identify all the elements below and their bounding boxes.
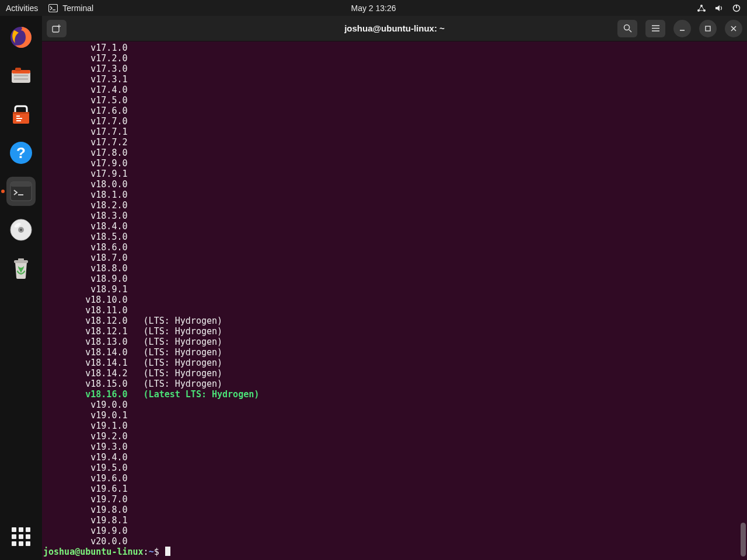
version-line: v18.14.1 (LTS: Hydrogen) <box>43 358 747 368</box>
dock-help[interactable]: ? <box>6 138 36 167</box>
files-icon <box>8 63 34 89</box>
version-line: v17.2.0 <box>43 53 747 64</box>
dock: ? <box>0 16 42 560</box>
terminal-icon <box>9 181 33 202</box>
help-icon: ? <box>8 140 34 166</box>
version-line: v19.3.0 <box>43 442 747 452</box>
version-line: v17.5.0 <box>43 95 747 106</box>
terminal-small-icon <box>48 4 58 12</box>
firefox-icon <box>8 24 34 50</box>
svg-rect-30 <box>53 26 59 32</box>
svg-rect-16 <box>16 118 22 119</box>
version-line: v17.3.0 <box>43 64 747 74</box>
svg-point-26 <box>20 229 22 231</box>
svg-rect-17 <box>16 120 21 121</box>
svg-text:?: ? <box>16 144 26 162</box>
search-button[interactable] <box>617 20 637 37</box>
dock-disc[interactable] <box>6 215 36 244</box>
svg-rect-9 <box>12 70 30 74</box>
cursor <box>165 547 170 556</box>
close-button[interactable] <box>725 20 742 37</box>
trash-icon <box>9 256 33 281</box>
svg-line-34 <box>629 30 631 32</box>
version-line: v20.0.0 <box>43 536 747 547</box>
version-line: v17.9.0 <box>43 158 747 169</box>
dock-trash[interactable] <box>6 254 36 283</box>
app-indicator-terminal[interactable]: Terminal <box>48 4 93 13</box>
version-line: v19.6.1 <box>43 484 747 494</box>
dock-files[interactable] <box>6 61 36 90</box>
version-line: v18.2.0 <box>43 200 747 211</box>
network-icon[interactable] <box>697 4 706 12</box>
svg-rect-11 <box>14 75 28 76</box>
dock-terminal[interactable] <box>6 177 36 206</box>
terminal-output: v17.1.0 v17.2.0 v17.3.0 v17.3.1 v17.4.0 … <box>43 43 747 547</box>
minimize-button[interactable] <box>673 20 691 37</box>
app-indicator-label: Terminal <box>62 4 93 13</box>
volume-icon[interactable] <box>714 4 724 12</box>
version-line: v18.3.0 <box>43 211 747 221</box>
version-line: v17.7.2 <box>43 137 747 148</box>
version-line: v18.7.0 <box>43 253 747 263</box>
version-line: v19.7.0 <box>43 494 747 505</box>
show-applications-button[interactable] <box>12 527 30 546</box>
window-titlebar: joshua@ubuntu-linux: ~ <box>42 16 747 41</box>
version-line: v17.1.0 <box>43 43 747 53</box>
maximize-icon <box>704 25 711 32</box>
svg-rect-12 <box>14 78 28 80</box>
software-icon <box>8 102 34 127</box>
svg-rect-29 <box>18 258 24 261</box>
activities-button[interactable]: Activities <box>6 4 38 13</box>
running-indicator <box>1 190 5 193</box>
version-line: v19.6.0 <box>43 473 747 484</box>
version-line: v19.2.0 <box>43 431 747 442</box>
version-line: v18.11.0 <box>43 305 747 316</box>
power-icon[interactable] <box>732 4 741 13</box>
window-title: joshua@ubuntu-linux: ~ <box>344 23 445 33</box>
dock-firefox[interactable] <box>6 23 36 52</box>
new-tab-button[interactable] <box>47 20 67 37</box>
version-line: v17.7.0 <box>43 116 747 127</box>
svg-rect-39 <box>706 26 710 31</box>
gnome-top-bar: Activities Terminal May 2 13:26 <box>0 0 747 16</box>
maximize-button[interactable] <box>699 20 717 37</box>
version-line: v18.12.1 (LTS: Hydrogen) <box>43 326 747 337</box>
version-line: v17.4.0 <box>43 85 747 95</box>
version-line: v18.9.0 <box>43 274 747 284</box>
version-line: v18.14.0 (LTS: Hydrogen) <box>43 347 747 358</box>
version-line: v18.15.0 (LTS: Hydrogen) <box>43 379 747 389</box>
version-line: v18.8.0 <box>43 263 747 274</box>
version-line: v18.10.0 <box>43 295 747 305</box>
menu-button[interactable] <box>645 20 665 37</box>
version-line: v18.0.0 <box>43 179 747 190</box>
search-icon <box>623 24 632 33</box>
svg-rect-21 <box>11 182 32 187</box>
hamburger-icon <box>651 24 660 32</box>
version-line: v19.0.0 <box>43 400 747 410</box>
version-line: v18.13.0 (LTS: Hydrogen) <box>43 337 747 347</box>
version-line: v17.6.0 <box>43 106 747 116</box>
version-line: v18.1.0 <box>43 190 747 200</box>
version-line: v18.12.0 (LTS: Hydrogen) <box>43 316 747 326</box>
version-line: v18.14.2 (LTS: Hydrogen) <box>43 368 747 379</box>
version-line: v19.9.0 <box>43 526 747 536</box>
version-line: v17.8.0 <box>43 148 747 158</box>
version-line: v18.9.1 <box>43 284 747 295</box>
terminal-body[interactable]: v17.1.0 v17.2.0 v17.3.0 v17.3.1 v17.4.0 … <box>42 41 747 560</box>
version-line: v18.4.0 <box>43 221 747 232</box>
version-line: v19.8.1 <box>43 515 747 526</box>
clock[interactable]: May 2 13:26 <box>351 4 396 13</box>
version-line: v19.4.0 <box>43 452 747 463</box>
version-line: v19.5.0 <box>43 463 747 473</box>
version-line: v18.5.0 <box>43 232 747 242</box>
svg-rect-15 <box>16 116 20 117</box>
svg-point-33 <box>624 25 629 30</box>
version-line: v19.1.0 <box>43 421 747 431</box>
svg-rect-10 <box>15 68 21 71</box>
dock-software[interactable] <box>6 100 36 129</box>
disc-icon <box>8 217 34 243</box>
version-line: v18.6.0 <box>43 242 747 253</box>
scrollbar-thumb[interactable] <box>741 523 746 556</box>
close-icon <box>730 25 737 32</box>
svg-rect-14 <box>13 112 29 114</box>
